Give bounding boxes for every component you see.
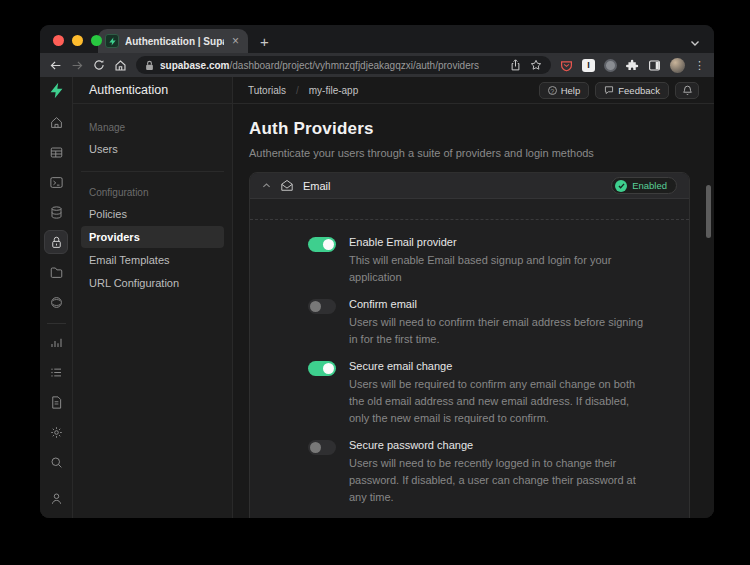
toggle-description: Users will need to be recently logged in… bbox=[349, 455, 645, 506]
monkey-extension-icon[interactable] bbox=[604, 59, 617, 72]
scrollbar-thumb[interactable] bbox=[706, 185, 711, 238]
tab-close-icon[interactable]: × bbox=[230, 35, 241, 47]
database-icon[interactable] bbox=[44, 200, 68, 224]
extensions-puzzle-icon[interactable] bbox=[626, 59, 639, 72]
status-text: Enabled bbox=[632, 180, 667, 191]
api-docs-icon[interactable] bbox=[44, 390, 68, 414]
table-editor-icon[interactable] bbox=[44, 140, 68, 164]
sidebar-title: Authentication bbox=[73, 77, 232, 104]
check-circle-icon bbox=[615, 180, 627, 192]
forward-icon[interactable] bbox=[71, 59, 84, 72]
sidebar-section-manage: Manage bbox=[81, 118, 224, 137]
toggle-label: Secure password change bbox=[349, 439, 645, 451]
secure-email-change-toggle[interactable] bbox=[308, 361, 336, 376]
toggle-label: Enable Email provider bbox=[349, 236, 645, 248]
toggle-label: Secure email change bbox=[349, 360, 645, 372]
supabase-app: Authentication Manage Users Configuratio… bbox=[40, 77, 714, 518]
toggle-row-confirm-email: Confirm email Users will need to confirm… bbox=[308, 298, 673, 348]
storage-icon[interactable] bbox=[44, 260, 68, 284]
breadcrumb-separator: / bbox=[296, 85, 299, 96]
email-provider-header[interactable]: Email Enabled bbox=[250, 173, 689, 199]
email-provider-body: Enable Email provider This will enable E… bbox=[250, 199, 689, 518]
logs-icon[interactable] bbox=[44, 360, 68, 384]
tab-strip: Authentication | Supabase × + bbox=[40, 25, 714, 53]
settings-gear-icon[interactable] bbox=[44, 420, 68, 444]
edge-functions-icon[interactable] bbox=[44, 290, 68, 314]
toggle-description: Users will be required to confirm any em… bbox=[349, 376, 645, 427]
pocket-shield-extension-icon[interactable] bbox=[560, 59, 573, 72]
tab-title: Authentication | Supabase bbox=[125, 36, 224, 47]
browser-toolbar: supabase.com/dashboard/project/vyhmnzqfj… bbox=[40, 53, 714, 77]
breadcrumb-org[interactable]: Tutorials bbox=[248, 85, 286, 96]
auth-sidebar: Authentication Manage Users Configuratio… bbox=[73, 77, 233, 518]
sidebar-item-email-templates[interactable]: Email Templates bbox=[81, 249, 224, 271]
notifications-button[interactable] bbox=[675, 82, 699, 99]
email-envelope-icon bbox=[280, 179, 294, 192]
page-title: Auth Providers bbox=[249, 119, 690, 139]
reports-icon[interactable] bbox=[44, 330, 68, 354]
close-window-button[interactable] bbox=[53, 35, 64, 46]
home-nav-icon[interactable] bbox=[44, 110, 68, 134]
tab-search-chevron-icon[interactable] bbox=[690, 39, 700, 47]
bookmark-star-icon[interactable] bbox=[530, 59, 542, 71]
bell-icon bbox=[682, 85, 693, 96]
side-panel-icon[interactable] bbox=[648, 59, 661, 72]
provider-name: Email bbox=[303, 180, 331, 192]
toggle-description: This will enable Email based signup and … bbox=[349, 252, 645, 286]
window-controls bbox=[53, 35, 102, 46]
authentication-nav-icon[interactable] bbox=[44, 230, 68, 254]
supabase-logo[interactable] bbox=[40, 77, 72, 104]
password-manager-extension-icon[interactable]: I bbox=[582, 59, 595, 72]
enable-email-provider-toggle[interactable] bbox=[308, 237, 336, 252]
help-icon: ? bbox=[548, 86, 557, 95]
toggle-description: Users will need to confirm their email a… bbox=[349, 314, 645, 348]
breadcrumb-bar: Tutorials / my-file-app ? Help Feedback bbox=[233, 77, 714, 104]
sidebar-item-url-configuration[interactable]: URL Configuration bbox=[81, 272, 224, 294]
browser-window: Authentication | Supabase × + supabase.c… bbox=[40, 25, 714, 518]
address-bar[interactable]: supabase.com/dashboard/project/vyhmnzqfj… bbox=[136, 56, 551, 74]
sidebar-section-configuration: Configuration bbox=[81, 183, 224, 202]
enabled-badge: Enabled bbox=[611, 177, 677, 194]
sidebar-item-providers[interactable]: Providers bbox=[81, 226, 224, 248]
fullscreen-window-button[interactable] bbox=[91, 35, 102, 46]
new-tab-button[interactable]: + bbox=[260, 34, 269, 49]
sql-editor-icon[interactable] bbox=[44, 170, 68, 194]
secure-password-change-toggle[interactable] bbox=[308, 440, 336, 455]
confirm-email-toggle[interactable] bbox=[308, 299, 336, 314]
account-icon[interactable] bbox=[44, 486, 68, 510]
toggle-row-secure-email-change: Secure email change Users will be requir… bbox=[308, 360, 673, 427]
feedback-bubble-icon bbox=[604, 85, 614, 95]
main-panel: Tutorials / my-file-app ? Help Feedback bbox=[233, 77, 714, 518]
sidebar-item-users[interactable]: Users bbox=[81, 138, 224, 160]
supabase-favicon-icon bbox=[105, 34, 119, 48]
collapse-chevron-icon[interactable] bbox=[262, 182, 271, 189]
breadcrumb-project[interactable]: my-file-app bbox=[309, 85, 358, 96]
toggle-row-secure-password-change: Secure password change Users will need t… bbox=[308, 439, 673, 506]
reload-icon[interactable] bbox=[93, 59, 105, 71]
nav-rail bbox=[40, 77, 73, 518]
share-icon[interactable] bbox=[510, 59, 521, 71]
browser-menu-icon[interactable]: ⋮ bbox=[694, 59, 705, 72]
back-icon[interactable] bbox=[49, 59, 62, 72]
sidebar-divider bbox=[81, 171, 224, 172]
minimize-window-button[interactable] bbox=[72, 35, 83, 46]
search-icon[interactable] bbox=[44, 450, 68, 474]
browser-tab[interactable]: Authentication | Supabase × bbox=[98, 29, 248, 53]
help-button[interactable]: ? Help bbox=[539, 82, 590, 99]
toggle-label: Confirm email bbox=[349, 298, 645, 310]
email-provider-panel: Email Enabled bbox=[249, 172, 690, 518]
sidebar-item-policies[interactable]: Policies bbox=[81, 203, 224, 225]
rail-divider bbox=[47, 323, 66, 324]
home-icon[interactable] bbox=[114, 59, 127, 72]
lock-icon bbox=[145, 60, 154, 71]
page-subtitle: Authenticate your users through a suite … bbox=[249, 147, 690, 159]
toggle-row-enable-email: Enable Email provider This will enable E… bbox=[308, 236, 673, 286]
profile-avatar[interactable] bbox=[670, 58, 685, 73]
url-text: supabase.com/dashboard/project/vyhmnzqfj… bbox=[160, 60, 479, 71]
feedback-button[interactable]: Feedback bbox=[595, 82, 669, 99]
